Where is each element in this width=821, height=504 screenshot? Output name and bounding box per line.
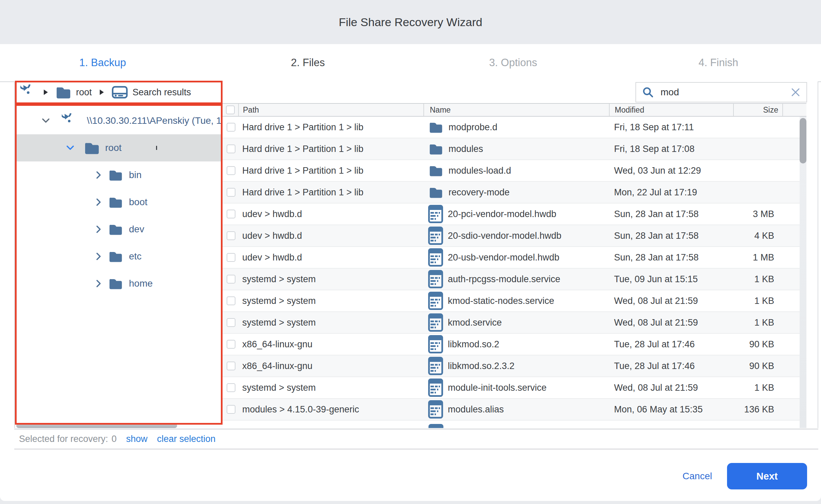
tree-horizontal-scrollbar[interactable] (15, 423, 223, 428)
table-row[interactable]: Hard drive 1 > Partition 1 > lib recover… (223, 182, 806, 203)
table-row[interactable]: Hard drive 1 > Partition 1 > lib modules… (223, 138, 806, 160)
clear-selection-link[interactable]: clear selection (157, 434, 216, 444)
tree-node-label[interactable]: boot (129, 197, 148, 208)
cell-name: libkmod.so.2 (423, 334, 609, 355)
folder-icon[interactable] (56, 85, 71, 100)
cell-modified: Tue, 28 Jul at 17:46 (609, 334, 733, 355)
tree-node-etc[interactable]: etc (15, 243, 223, 270)
tree-node-dev[interactable]: dev (15, 216, 223, 243)
cancel-button[interactable]: Cancel (683, 471, 712, 482)
breadcrumb-search-results-label[interactable]: Search results (133, 87, 191, 98)
table-row[interactable]: modules > 4.15.0-39-generic modules.alia… (223, 399, 806, 421)
tree-node-backup[interactable]: \\10.30.30.211\APenskiy (Tue, 11 Ja (15, 107, 223, 134)
table-row[interactable]: x86_64-linux-gnu libkmod.so.2 Tue, 28 Ju… (223, 334, 806, 355)
folder-icon (428, 120, 444, 134)
cell-name: libkmod.so.2.3.2 (423, 355, 609, 376)
row-checkbox[interactable] (227, 405, 235, 414)
cell-modified: Wed, 08 Jul at 21:59 (609, 377, 733, 398)
table-row[interactable]: systemd > system module-init-tools.servi… (223, 377, 806, 399)
scrollbar-thumb[interactable] (16, 423, 177, 428)
table-row[interactable]: udev > hwdb.d 20-pci-vendor-model.hwdb S… (223, 203, 806, 225)
tree-node-label[interactable]: etc (129, 251, 141, 262)
dialog-footer: Cancel Next (683, 463, 807, 489)
table-row[interactable]: systemd > system auth-rpcgss-module.serv… (223, 269, 806, 290)
cell-path: Hard drive 1 > Partition 1 > lib (238, 160, 423, 181)
chevron-right-icon[interactable] (94, 252, 103, 261)
cell-path: udev > hwdb.d (238, 225, 423, 246)
cell-path: x86_64-linux-gnu (238, 355, 423, 376)
file-name: modprobe.d (448, 122, 497, 133)
row-checkbox[interactable] (227, 383, 235, 392)
restore-point-icon (62, 113, 77, 128)
row-checkbox[interactable] (227, 318, 235, 327)
cell-modified: Fri, 18 Sep at 17:11 (609, 117, 733, 138)
chevron-right-icon[interactable] (94, 198, 103, 207)
cell-size: 136 KB (733, 399, 782, 420)
file-icon (428, 357, 443, 375)
column-header-name[interactable]: Name (423, 104, 609, 116)
close-icon[interactable] (791, 88, 800, 97)
chevron-down-icon[interactable] (41, 116, 50, 125)
table-row[interactable]: udev > hwdb.d 20-sdio-vendor-model.hwdb … (223, 225, 806, 247)
row-checkbox[interactable] (227, 166, 235, 175)
breadcrumb-folder-label[interactable]: root (76, 87, 92, 98)
cell-size: 4 KB (733, 225, 782, 246)
table-row[interactable]: systemd > system kmod-static-nodes.servi… (223, 290, 806, 312)
table-row[interactable]: Hard drive 1 > Partition 1 > lib modules… (223, 160, 806, 182)
row-checkbox[interactable] (227, 210, 235, 218)
table-header: Path Name Modified Size (223, 103, 806, 117)
tree-node-label[interactable]: root (105, 142, 121, 153)
tree-node-label[interactable]: \\10.30.30.211\APenskiy (Tue, 11 Ja (87, 115, 223, 126)
step-backup[interactable]: 1. Backup (0, 44, 205, 81)
select-all-checkbox[interactable] (226, 105, 235, 114)
files-pane: Path Name Modified Size Hard drive 1 > P… (223, 81, 818, 428)
cell-modified: Sun, 28 Jan at 17:58 (609, 247, 733, 268)
table-vertical-scrollbar[interactable] (800, 117, 806, 428)
search-box[interactable] (635, 82, 807, 102)
file-icon (428, 400, 443, 419)
column-header-modified[interactable]: Modified (609, 104, 733, 116)
tree-node-bin[interactable]: bin (15, 161, 223, 189)
row-checkbox[interactable] (227, 275, 235, 284)
table-row[interactable]: x86_64-linux-gnu libkmod.so.2.3.2 Tue, 2… (223, 355, 806, 377)
tree-node-label[interactable]: bin (129, 170, 141, 180)
tree-node-home[interactable]: home (15, 270, 223, 297)
tree-node-boot[interactable]: boot (15, 189, 223, 216)
page-title: File Share Recovery Wizard (339, 16, 482, 29)
row-checkbox[interactable] (227, 144, 235, 153)
file-name: modules.alias (448, 404, 504, 415)
tree-node-label[interactable]: dev (129, 224, 144, 235)
column-header-path[interactable]: Path (238, 104, 423, 116)
row-checkbox[interactable] (227, 362, 235, 370)
column-header-size[interactable]: Size (733, 104, 782, 116)
row-checkbox[interactable] (227, 253, 235, 262)
cell-modified: Wed, 03 Jun at 12:29 (609, 160, 733, 181)
table-row[interactable]: Hard drive 1 > Partition 1 > lib modprob… (223, 117, 806, 138)
tree-node-root[interactable]: root (15, 134, 223, 161)
row-checkbox[interactable] (227, 231, 235, 240)
cell-name: modprobe.d (423, 117, 609, 138)
show-link[interactable]: show (126, 434, 148, 444)
file-share-recovery-wizard-dialog: File Share Recovery Wizard 1. Backup 2. … (0, 0, 821, 501)
table-row[interactable]: udev > hwdb.d 20-usb-vendor-model.hwdb S… (223, 247, 806, 269)
cell-size: 1 KB (733, 312, 782, 333)
chevron-right-icon[interactable] (94, 279, 103, 288)
chevron-right-icon[interactable] (94, 171, 103, 179)
file-icon (428, 270, 443, 288)
row-checkbox[interactable] (227, 188, 235, 197)
step-files[interactable]: 2. Files (205, 44, 411, 81)
row-checkbox[interactable] (227, 340, 235, 349)
row-checkbox[interactable] (227, 123, 235, 132)
search-input[interactable] (660, 86, 791, 98)
restore-point-icon[interactable] (20, 84, 36, 100)
table-body: Hard drive 1 > Partition 1 > lib modprob… (223, 117, 806, 428)
next-button[interactable]: Next (727, 463, 807, 489)
scrollbar-thumb[interactable] (800, 118, 806, 163)
files-table: Path Name Modified Size Hard drive 1 > P… (223, 103, 806, 428)
table-row[interactable]: systemd > system kmod.service Wed, 08 Ju… (223, 312, 806, 334)
row-checkbox[interactable] (227, 296, 235, 305)
chevron-right-icon[interactable] (94, 225, 103, 234)
chevron-down-icon[interactable] (66, 143, 75, 152)
selected-for-recovery-label: Selected for recovery: (19, 434, 108, 444)
tree-node-label[interactable]: home (129, 278, 153, 289)
